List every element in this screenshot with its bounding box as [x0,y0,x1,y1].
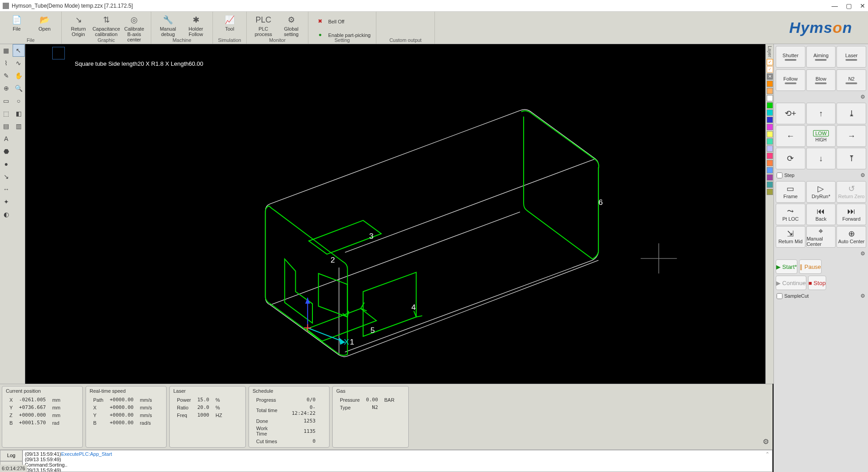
tool-9-0[interactable]: ● [0,158,13,170]
pause-button[interactable]: ‖ Pause [799,259,821,274]
samplecut-checkbox[interactable] [777,293,782,299]
auto-center-button[interactable]: ⊕Auto Center [836,226,866,248]
jog-1[interactable]: ↑ [806,103,836,124]
tool-11-1[interactable] [13,183,25,195]
tool-4-0[interactable]: ▭ [0,95,13,107]
tool-9-1[interactable] [13,158,25,170]
tool-7-1[interactable] [13,132,25,145]
layer-color[interactable] [767,95,773,101]
tool-5-1[interactable]: ◧ [13,107,25,120]
gear-icon[interactable]: ⚙ [860,250,865,257]
app-icon [3,3,9,9]
return-origin-button[interactable]: ↘ReturnOrigin [64,14,92,37]
log-body: ⌃ (09/13 15:59:41)ExecutePLC:App_Start(0… [23,450,773,472]
tool-13-0[interactable]: ◐ [0,208,13,221]
layer-color[interactable] [767,88,773,94]
tool-button[interactable]: 📈Tool [216,14,244,32]
layer-color[interactable] [767,138,773,145]
return-mid-button[interactable]: ⇲Return Mid [776,226,805,248]
layer-color[interactable] [767,124,773,130]
tool-8-0[interactable]: ⬣ [0,145,13,158]
gear-icon[interactable]: ⚙ [860,172,865,178]
maximize-button[interactable]: ▢ [846,2,852,9]
layer-color[interactable] [767,102,773,109]
frame-button[interactable]: ▭Frame [776,181,805,203]
gear-icon[interactable]: ⚙ [860,293,865,299]
jog-6[interactable]: ⟳ [776,148,805,169]
ribbon-group-label: File [0,37,61,43]
gear-icon[interactable]: ⚙ [763,438,769,445]
tool-2-1[interactable]: ✋ [13,69,25,82]
blow-button[interactable]: Blow [806,69,836,91]
tool-2-0[interactable]: ✎ [0,69,13,82]
back-button[interactable]: ⏮Back [806,204,836,225]
stop-button[interactable]: ■ Stop [808,276,826,290]
tool-10-1[interactable] [13,170,25,183]
layer-color[interactable] [767,117,773,123]
layer-state[interactable]: ✓ [767,66,773,73]
manual-debug-button[interactable]: 🔧Manualdebug [154,14,182,37]
file-button[interactable]: 📄File [3,14,31,32]
bell-off-button[interactable]: ✖Bell Off [311,15,347,28]
jog-8[interactable]: ⤒ [836,148,866,169]
shutter-button[interactable]: Shutter [776,46,805,68]
tool-0-0[interactable]: ▦ [0,44,13,57]
jog-0[interactable]: ⟲+ [776,103,805,124]
jog-3[interactable]: ← [776,125,805,147]
plc-process-button[interactable]: PLCPLCprocess [249,14,277,37]
tool-4-1[interactable]: ○ [13,95,25,107]
tool-1-0[interactable]: ⌇ [0,57,13,69]
manual-center-button[interactable]: ⌖Manual Center [806,226,836,248]
capacitance-calibration-button[interactable]: ⇅Capacitancecalibration [92,14,120,37]
step-checkbox[interactable] [777,172,782,178]
jog-speed-toggle[interactable]: LOWHIGH [806,125,836,147]
dryrun--button[interactable]: ▷DryRun* [806,181,836,203]
aiming-button[interactable]: Aiming [806,46,836,68]
tool-1-1[interactable]: ∿ [13,57,25,69]
tool-7-0[interactable]: A [0,132,13,145]
jog-7[interactable]: ↓ [806,148,836,169]
layer-color[interactable] [767,131,773,137]
tool-3-1[interactable]: 🔍 [13,82,25,95]
jog-2[interactable]: ⤓ [836,103,866,124]
minimize-button[interactable]: — [832,2,838,9]
tool-6-1[interactable]: ▥ [13,120,25,132]
tool-6-0[interactable]: ▤ [0,120,13,132]
layer-color[interactable] [767,167,773,173]
tool-13-1[interactable] [13,208,25,221]
close-button[interactable]: ✕ [860,2,865,9]
tool-11-0[interactable]: ↔ [0,183,13,195]
log-tab[interactable]: Log [0,450,23,461]
forward-button[interactable]: ⏭Forward [836,204,866,225]
tool-3-0[interactable]: ⊕ [0,82,13,95]
n2-button[interactable]: N2 [836,69,866,91]
layer-color[interactable] [767,182,773,188]
start-button[interactable]: ▶ Start* [776,259,797,274]
follow-button[interactable]: Follow [776,69,805,91]
gear-icon[interactable]: ⚙ [860,94,865,100]
log-scroll-up-icon[interactable]: ⌃ [765,451,769,457]
layer-color[interactable] [767,160,773,166]
open-button[interactable]: 📂Open [31,14,59,32]
layer-state[interactable]: ✓ [767,59,773,65]
pt-loc-button[interactable]: ⤳Pt LOC [776,204,805,225]
tool-8-1[interactable] [13,145,25,158]
layer-off[interactable]: ✕ [767,73,773,80]
tool-12-1[interactable] [13,195,25,208]
tool-10-0[interactable]: ↘ [0,170,13,183]
layer-color[interactable] [767,81,773,87]
layer-color[interactable] [767,153,773,159]
layer-color[interactable] [767,174,773,181]
holder-follow-button[interactable]: ✱HolderFollow [182,14,210,37]
global-setting-button[interactable]: ⚙Globalsetting [277,14,305,37]
tool-5-0[interactable]: ⬚ [0,107,13,120]
layer-color[interactable] [767,109,773,116]
layer-color[interactable] [767,189,773,195]
control-panel: ShutterAimingLaserFollowBlowN2⚙⟲+↑⤓←LOWH… [773,44,868,472]
layer-color[interactable] [767,145,773,152]
drawing-svg: 1 2 3 4 5 6 X [25,44,773,364]
tool-12-0[interactable]: ✦ [0,195,13,208]
tool-0-1[interactable]: ↖ [13,44,25,57]
laser-button[interactable]: Laser [836,46,866,68]
jog-5[interactable]: → [836,125,866,147]
